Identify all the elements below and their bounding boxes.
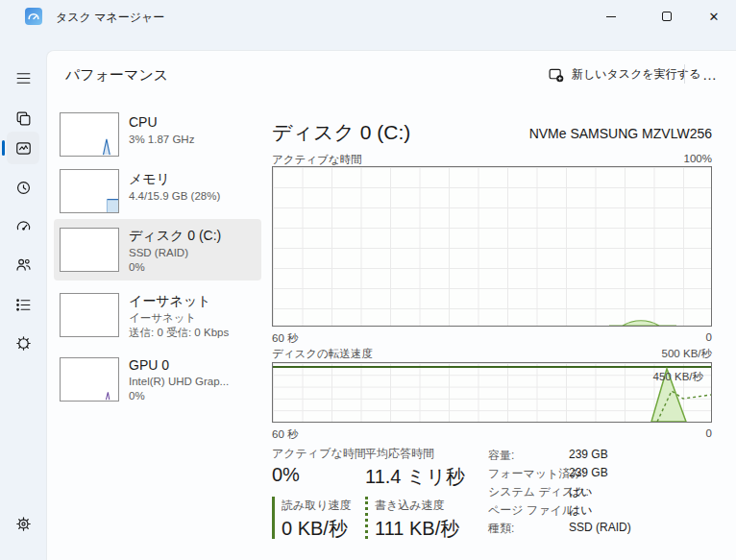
- read-speed-label: 読み取り速度: [282, 498, 352, 514]
- close-button[interactable]: ✕: [692, 0, 736, 33]
- capacity-label: 容量:: [488, 448, 514, 464]
- gpu-mini-chart: [60, 357, 119, 402]
- ethernet-mini-chart: [60, 293, 119, 337]
- maximize-icon: [662, 12, 672, 21]
- chart2-label: ディスクの転送速度: [272, 347, 373, 361]
- task-manager-logo-icon: [25, 8, 42, 25]
- history-clock-icon: [14, 179, 33, 197]
- minimize-icon: [606, 16, 616, 17]
- disk-mini-chart: [60, 228, 119, 272]
- read-speed-value: 0 KB/秒: [282, 516, 348, 542]
- chart2-max: 500 KB/秒: [662, 347, 712, 361]
- device-model: NVMe SAMSUNG MZVLW256: [529, 126, 712, 141]
- selected-indicator: [2, 140, 5, 156]
- maximize-button[interactable]: [645, 0, 689, 33]
- type-label: 種類:: [488, 521, 514, 537]
- active-time-stat-value: 0%: [272, 464, 300, 486]
- list-icon: [14, 296, 33, 314]
- sidebar-item-users[interactable]: [9, 250, 37, 279]
- avg-response-stat-value: 11.4 ミリ秒: [365, 464, 465, 490]
- users-icon: [14, 256, 33, 274]
- perf-item-memory[interactable]: メモリ 4.4/15.9 GB (28%): [54, 164, 261, 220]
- sidebar-item-startup-apps[interactable]: [9, 211, 37, 240]
- task-manager-window: タスク マネージャー ✕: [0, 0, 736, 560]
- system-disk-value: はい: [569, 484, 593, 500]
- active-time-chart: [272, 166, 712, 327]
- cpu-mini-chart: [60, 112, 119, 157]
- sidebar-item-details[interactable]: [9, 290, 37, 319]
- perf-item-ethernet[interactable]: イーサネット イーサネット 送信: 0 受信: 0 Kbps: [54, 288, 261, 344]
- active-time-stat-label: アクティブな時間: [272, 446, 366, 462]
- menu-button[interactable]: [9, 63, 37, 92]
- write-speed-legend-bar: [365, 497, 368, 539]
- chart2-annotation: 450 KB/秒: [653, 370, 703, 384]
- sidebar-item-app-history[interactable]: [9, 173, 37, 202]
- write-speed-label: 書き込み速度: [375, 498, 445, 514]
- title-bar[interactable]: タスク マネージャー ✕: [0, 0, 736, 33]
- header-divider: [684, 64, 685, 84]
- window-title: タスク マネージャー: [56, 10, 164, 26]
- processes-icon: [14, 110, 33, 128]
- formatted-value: 239 GB: [569, 466, 608, 479]
- page-file-value: はい: [569, 502, 593, 519]
- new-task-icon: [548, 66, 564, 83]
- more-options-button[interactable]: …: [694, 60, 726, 88]
- gear-icon: [14, 515, 33, 533]
- sidebar-item-performance[interactable]: [7, 132, 39, 164]
- speedometer-icon: [14, 217, 33, 235]
- performance-icon: [14, 139, 33, 158]
- memory-mini-chart: [60, 169, 119, 213]
- sidebar-item-processes[interactable]: [9, 104, 37, 133]
- active-time-bump: [609, 316, 676, 326]
- minimize-button[interactable]: [589, 0, 633, 33]
- avg-response-stat-label: 平均応答時間: [365, 446, 434, 462]
- chart2-x-right: 0: [706, 427, 712, 439]
- read-speed-legend-bar: [272, 497, 275, 539]
- perf-item-gpu[interactable]: GPU 0 Intel(R) UHD Grap... 0%: [54, 353, 261, 408]
- close-icon: ✕: [709, 10, 720, 24]
- write-speed-value: 111 KB/秒: [375, 516, 459, 542]
- navigation-rail: [0, 33, 46, 560]
- detail-title: ディスク 0 (C:): [272, 119, 410, 146]
- page-file-label: ページ ファイル:: [488, 502, 577, 519]
- chart1-label: アクティブな時間: [272, 153, 362, 167]
- type-value: SSD (RAID): [569, 521, 631, 534]
- services-cog-icon: [14, 334, 33, 353]
- settings-button[interactable]: [9, 509, 37, 538]
- sidebar-item-services[interactable]: [9, 329, 37, 357]
- ellipsis-icon: …: [702, 66, 718, 83]
- hamburger-icon: [14, 69, 33, 87]
- chart2-x-left: 60 秒: [272, 427, 299, 442]
- chart1-x-right: 0: [706, 331, 712, 343]
- chart1-max: 100%: [684, 153, 712, 164]
- perf-item-disk[interactable]: ディスク 0 (C:) SSD (RAID) 0%: [54, 219, 261, 280]
- perf-item-cpu[interactable]: CPU 3% 1.87 GHz: [54, 108, 261, 163]
- run-new-task-label: 新しいタスクを実行する: [572, 66, 700, 83]
- chart1-x-left: 60 秒: [272, 331, 299, 346]
- transfer-rate-chart: 450 KB/秒: [272, 362, 712, 423]
- page-title: パフォーマンス: [65, 66, 168, 85]
- capacity-value: 239 GB: [569, 448, 608, 461]
